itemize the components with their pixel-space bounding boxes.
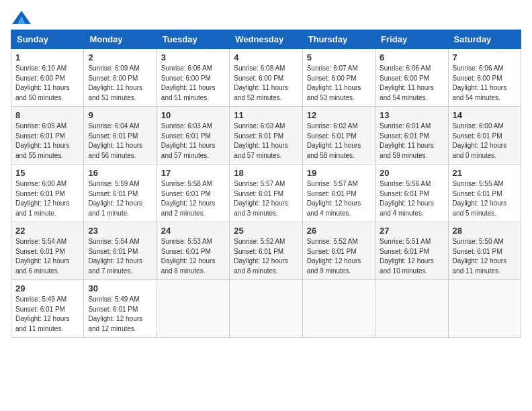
day-number: 21 <box>453 168 517 178</box>
calendar-week-row: 15 Sunrise: 6:00 AM Sunset: 6:01 PM Dayl… <box>11 165 521 222</box>
day-number: 15 <box>15 168 79 178</box>
sunset: Sunset: 6:01 PM <box>161 248 211 255</box>
day-of-week-header: Sunday <box>11 30 84 49</box>
logo-text <box>11 11 31 24</box>
calendar-week-row: 29 Sunrise: 5:49 AM Sunset: 6:01 PM Dayl… <box>11 280 521 338</box>
calendar-cell <box>448 280 521 338</box>
sunset: Sunset: 6:01 PM <box>234 248 283 255</box>
sunrise: Sunrise: 5:58 AM <box>161 180 212 187</box>
daylight: Daylight: 12 hours and 2 minutes. <box>161 199 216 217</box>
day-info: Sunrise: 5:49 AM Sunset: 6:01 PM Dayligh… <box>88 295 152 334</box>
day-number: 2 <box>88 52 152 62</box>
day-info: Sunrise: 6:06 AM Sunset: 6:00 PM Dayligh… <box>380 64 443 103</box>
calendar-cell: 1 Sunrise: 6:10 AM Sunset: 6:00 PM Dayli… <box>11 49 84 107</box>
sunrise: Sunrise: 5:53 AM <box>161 238 212 245</box>
calendar-cell: 8 Sunrise: 6:05 AM Sunset: 6:01 PM Dayli… <box>11 107 84 165</box>
day-number: 28 <box>453 226 517 236</box>
sunrise: Sunrise: 6:05 AM <box>15 122 66 130</box>
daylight: Daylight: 11 hours and 54 minutes. <box>380 84 434 101</box>
daylight: Daylight: 12 hours and 6 minutes. <box>15 257 70 275</box>
day-info: Sunrise: 5:55 AM Sunset: 6:01 PM Dayligh… <box>453 179 517 218</box>
daylight: Daylight: 12 hours and 3 minutes. <box>234 199 288 217</box>
day-info: Sunrise: 6:00 AM Sunset: 6:01 PM Dayligh… <box>15 179 79 218</box>
sunset: Sunset: 6:01 PM <box>15 248 65 255</box>
sunset: Sunset: 6:01 PM <box>380 132 429 140</box>
sunrise: Sunrise: 6:07 AM <box>307 64 358 72</box>
calendar-cell: 2 Sunrise: 6:09 AM Sunset: 6:00 PM Dayli… <box>84 49 157 107</box>
sunset: Sunset: 6:00 PM <box>307 75 357 82</box>
day-info: Sunrise: 5:57 AM Sunset: 6:01 PM Dayligh… <box>234 179 298 218</box>
calendar-cell: 7 Sunrise: 6:06 AM Sunset: 6:00 PM Dayli… <box>448 49 521 107</box>
sunrise: Sunrise: 5:54 AM <box>15 238 66 245</box>
calendar-cell <box>375 280 448 338</box>
day-number: 20 <box>380 168 443 178</box>
page-header <box>11 11 521 24</box>
sunrise: Sunrise: 5:50 AM <box>453 238 504 245</box>
sunset: Sunset: 6:01 PM <box>453 190 502 197</box>
calendar-cell: 17 Sunrise: 5:58 AM Sunset: 6:01 PM Dayl… <box>157 165 229 222</box>
day-info: Sunrise: 5:56 AM Sunset: 6:01 PM Dayligh… <box>380 179 443 218</box>
day-number: 7 <box>453 52 517 62</box>
day-of-week-header: Monday <box>84 30 157 49</box>
sunrise: Sunrise: 5:54 AM <box>88 238 139 245</box>
day-number: 6 <box>380 52 443 62</box>
calendar-cell: 19 Sunrise: 5:57 AM Sunset: 6:01 PM Dayl… <box>302 165 375 222</box>
day-info: Sunrise: 5:53 AM Sunset: 6:01 PM Dayligh… <box>161 237 225 276</box>
day-number: 11 <box>234 110 298 120</box>
day-number: 19 <box>307 168 371 178</box>
calendar-cell: 24 Sunrise: 5:53 AM Sunset: 6:01 PM Dayl… <box>157 222 229 280</box>
day-of-week-header: Wednesday <box>230 30 302 49</box>
sunrise: Sunrise: 5:51 AM <box>380 238 431 245</box>
sunrise: Sunrise: 6:06 AM <box>380 64 431 72</box>
day-number: 16 <box>88 168 152 178</box>
day-info: Sunrise: 6:09 AM Sunset: 6:00 PM Dayligh… <box>88 64 152 103</box>
sunrise: Sunrise: 5:57 AM <box>307 180 358 187</box>
daylight: Daylight: 12 hours and 4 minutes. <box>380 199 434 217</box>
daylight: Daylight: 11 hours and 57 minutes. <box>161 142 216 159</box>
sunset: Sunset: 6:01 PM <box>380 248 429 255</box>
sunrise: Sunrise: 5:49 AM <box>15 295 66 303</box>
day-info: Sunrise: 5:58 AM Sunset: 6:01 PM Dayligh… <box>161 179 225 218</box>
day-number: 10 <box>161 110 225 120</box>
sunrise: Sunrise: 6:01 AM <box>380 122 431 130</box>
calendar-header-row: SundayMondayTuesdayWednesdayThursdayFrid… <box>11 30 521 49</box>
daylight: Daylight: 11 hours and 54 minutes. <box>453 84 507 101</box>
calendar-cell: 22 Sunrise: 5:54 AM Sunset: 6:01 PM Dayl… <box>11 222 84 280</box>
day-info: Sunrise: 5:54 AM Sunset: 6:01 PM Dayligh… <box>88 237 152 276</box>
day-number: 12 <box>307 110 371 120</box>
daylight: Daylight: 11 hours and 52 minutes. <box>234 84 288 101</box>
day-info: Sunrise: 5:51 AM Sunset: 6:01 PM Dayligh… <box>380 237 443 276</box>
day-number: 18 <box>234 168 298 178</box>
sunset: Sunset: 6:01 PM <box>307 190 357 197</box>
day-number: 24 <box>161 226 225 236</box>
calendar-cell: 6 Sunrise: 6:06 AM Sunset: 6:00 PM Dayli… <box>375 49 448 107</box>
calendar-cell: 4 Sunrise: 6:08 AM Sunset: 6:00 PM Dayli… <box>230 49 302 107</box>
calendar-cell: 25 Sunrise: 5:52 AM Sunset: 6:01 PM Dayl… <box>230 222 302 280</box>
sunset: Sunset: 6:01 PM <box>88 132 138 140</box>
daylight: Daylight: 12 hours and 0 minutes. <box>453 142 507 159</box>
daylight: Daylight: 11 hours and 53 minutes. <box>307 84 361 101</box>
sunrise: Sunrise: 6:03 AM <box>234 122 285 130</box>
daylight: Daylight: 12 hours and 7 minutes. <box>88 257 142 275</box>
sunset: Sunset: 6:01 PM <box>234 190 283 197</box>
daylight: Daylight: 12 hours and 11 minutes. <box>15 315 70 332</box>
day-number: 27 <box>380 226 443 236</box>
day-number: 26 <box>307 226 371 236</box>
calendar-cell: 11 Sunrise: 6:03 AM Sunset: 6:01 PM Dayl… <box>230 107 302 165</box>
sunrise: Sunrise: 6:09 AM <box>88 64 139 72</box>
daylight: Daylight: 12 hours and 8 minutes. <box>234 257 288 275</box>
sunset: Sunset: 6:01 PM <box>380 190 429 197</box>
daylight: Daylight: 12 hours and 10 minutes. <box>380 257 434 275</box>
sunrise: Sunrise: 6:04 AM <box>88 122 139 130</box>
day-number: 13 <box>380 110 443 120</box>
day-info: Sunrise: 6:05 AM Sunset: 6:01 PM Dayligh… <box>15 122 79 161</box>
day-number: 30 <box>88 283 152 293</box>
sunrise: Sunrise: 6:03 AM <box>161 122 212 130</box>
daylight: Daylight: 11 hours and 58 minutes. <box>307 142 361 159</box>
sunset: Sunset: 6:00 PM <box>234 75 283 82</box>
sunrise: Sunrise: 6:02 AM <box>307 122 358 130</box>
daylight: Daylight: 11 hours and 55 minutes. <box>15 142 70 159</box>
sunset: Sunset: 6:01 PM <box>307 132 357 140</box>
sunset: Sunset: 6:01 PM <box>15 132 65 140</box>
sunrise: Sunrise: 5:56 AM <box>380 180 431 187</box>
